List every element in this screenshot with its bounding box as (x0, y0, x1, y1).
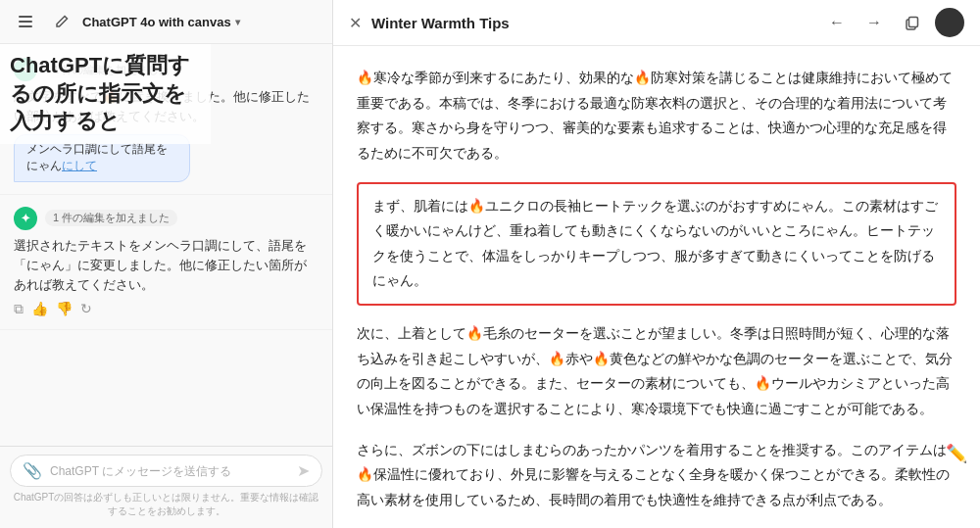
content-paragraph-3: 次に、上着として🔥毛糸のセーターを選ぶことが望ましい。冬季は日照時間が短く、心理… (357, 321, 956, 422)
send-icon[interactable]: ➤ (297, 461, 310, 480)
right-content: 🔥寒冷な季節が到来するにあたり、効果的な🔥防寒対策を講じることは健康維持において… (333, 46, 980, 528)
forward-icon[interactable]: → (860, 9, 888, 36)
svg-rect-2 (19, 25, 32, 27)
user-bubble-1-text: メンヘラ口調にして語尾をにゃんにして (26, 143, 168, 171)
left-chat-content: ChatGPTに質問するの所に指示文を入力すると ✦ 1 件の編集を加えました … (0, 44, 332, 446)
back-icon[interactable]: ← (823, 9, 851, 36)
pencil-float-icon[interactable]: ✏️ (941, 438, 972, 469)
right-panel: ✕ Winter Warmth Tips ← → 🔥寒冷な季節が到来するにあたり… (333, 0, 980, 528)
chat-text-1-content: 絵文字をすべて🔥に置き換えました。他に修正したい部分があれば教えてください。 (14, 90, 310, 123)
document-title: Winter Warmth Tips (371, 15, 813, 31)
chatgpt-icon-2: ✦ (14, 207, 37, 230)
left-header-icons (12, 8, 74, 35)
chat-text-1: 絵文字をすべて🔥に置き換えました。他に修正したい部分があれば教えてください。 (14, 87, 318, 126)
chat-message-1: ✦ 1 件の編集を加えました 絵文字をすべて🔥に置き換えました。他に修正したい部… (0, 44, 332, 195)
right-header: ✕ Winter Warmth Tips ← → (333, 0, 980, 46)
chatgpt-icon: ✦ (14, 58, 37, 81)
message-input[interactable] (50, 464, 289, 478)
content-paragraph-2: まず、肌着には🔥ユニクロの長袖ヒートテックを選ぶのがおすすめにゃん。この素材はす… (372, 194, 941, 295)
content-paragraph-4: さらに、ズボンの下にはしまむらのあったかパンツを着用することを推奨する。このアイ… (357, 438, 956, 513)
edit-icon[interactable] (47, 8, 74, 35)
close-button[interactable]: ✕ (349, 14, 362, 32)
attach-icon[interactable]: 📎 (23, 461, 42, 480)
edit-label-2: 1 件の編集を加えました (45, 210, 177, 226)
disclaimer-text: ChatGPTの回答は必ずしも正しいとは限りません。重要な情報は確認することをお… (10, 487, 322, 520)
chevron-down-icon: ▾ (235, 17, 240, 27)
regenerate-action[interactable]: ↻ (80, 301, 92, 317)
user-bubble-1: メンヘラ口調にして語尾をにゃんにして (14, 134, 190, 182)
svg-rect-1 (19, 21, 32, 23)
edit-label-1: 1 件の編集を加えました (45, 62, 177, 78)
message-input-box: 📎 ➤ (10, 455, 322, 487)
svg-rect-0 (19, 16, 32, 18)
left-input-area: 📎 ➤ ChatGPTの回答は必ずしも正しいとは限りません。重要な情報は確認する… (0, 446, 332, 528)
svg-rect-4 (908, 17, 917, 26)
copy-action[interactable]: ⧉ (14, 301, 24, 317)
user-avatar[interactable] (935, 8, 964, 37)
chat-message-2-actions: ⧉ 👍 👎 ↻ (14, 301, 318, 317)
left-header: ChatGPT 4o with canvas ▾ (0, 0, 332, 44)
highlighted-box: まず、肌着には🔥ユニクロの長袖ヒートテックを選ぶのがおすすめにゃん。この素材はす… (357, 182, 956, 307)
chatgpt-model-label: ChatGPT 4o with canvas (82, 15, 231, 29)
highlighted-paragraph-container: ➔ まず、肌着には🔥ユニクロの長袖ヒートテックを選ぶのがおすすめにゃん。この素材… (357, 182, 956, 307)
right-header-actions: ← → (823, 8, 964, 37)
chat-message-2: ✦ 1 件の編集を加えました 選択されたテキストをメンヘラ口調にして、語尾を「に… (0, 195, 332, 330)
chatgpt-model-selector[interactable]: ChatGPT 4o with canvas ▾ (82, 15, 240, 29)
chat-message-1-header: ✦ 1 件の編集を加えました (14, 58, 318, 81)
left-panel: ChatGPT 4o with canvas ▾ ChatGPTに質問するの所に… (0, 0, 333, 528)
copy-document-icon[interactable] (898, 9, 925, 36)
thumbs-down-action[interactable]: 👎 (56, 301, 73, 317)
chat-text-2: 選択されたテキストをメンヘラ口調にして、語尾を「にゃん」に変更しました。他に修正… (14, 236, 318, 295)
sidebar-toggle-icon[interactable] (12, 8, 39, 35)
chat-message-2-header: ✦ 1 件の編集を加えました (14, 207, 318, 230)
thumbs-up-action[interactable]: 👍 (31, 301, 48, 317)
content-paragraph-1: 🔥寒冷な季節が到来するにあたり、効果的な🔥防寒対策を講じることは健康維持において… (357, 66, 956, 167)
